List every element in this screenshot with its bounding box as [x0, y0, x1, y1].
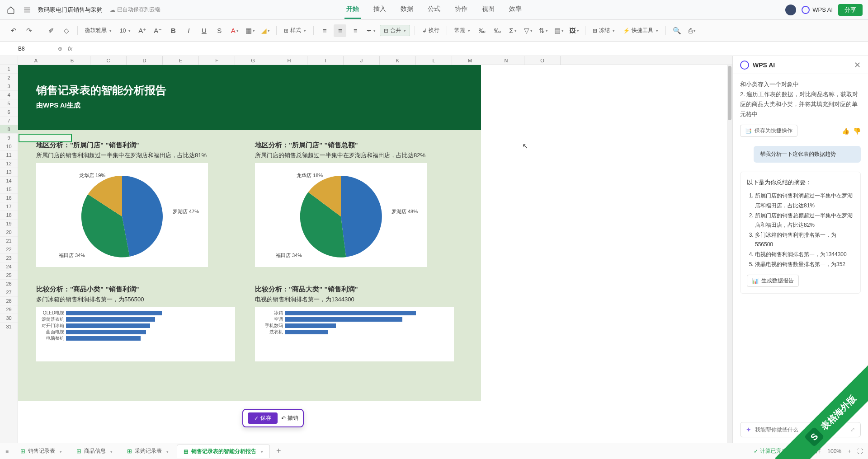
menu-item-效率[interactable]: 效率	[507, 0, 524, 19]
align-center-icon[interactable]: ≡	[334, 24, 346, 37]
col-header[interactable]: J	[344, 56, 380, 65]
row-header[interactable]: 21	[0, 237, 18, 245]
row-header[interactable]: 26	[0, 280, 18, 288]
quick-tools-button[interactable]: ⚡ 快捷工具	[620, 27, 661, 34]
redo-icon[interactable]: ↷	[23, 24, 35, 37]
row-header[interactable]: 2	[0, 74, 18, 82]
avatar[interactable]	[785, 5, 796, 15]
font-select[interactable]: 微软雅黑	[82, 27, 114, 34]
col-header[interactable]: D	[127, 56, 163, 65]
col-header[interactable]: M	[452, 56, 488, 65]
generate-report-button[interactable]: 📊 生成数据报告	[747, 275, 799, 287]
wps-ai-button[interactable]: WPS AI	[802, 6, 833, 14]
italic-icon[interactable]: I	[182, 24, 195, 37]
border-icon[interactable]: ▦	[244, 24, 256, 37]
valign-icon[interactable]: ⫟	[364, 24, 377, 37]
decimal-dec-icon[interactable]: ‰	[476, 24, 488, 37]
row-header[interactable]: 8	[0, 125, 18, 134]
home-icon[interactable]	[5, 5, 16, 15]
col-header[interactable]: N	[488, 56, 524, 65]
eraser-icon[interactable]: ◇	[60, 24, 73, 37]
strike-icon[interactable]: S	[213, 24, 226, 37]
fill-color-icon[interactable]: ◢	[259, 24, 272, 37]
menu-item-公式[interactable]: 公式	[426, 0, 442, 19]
col-header[interactable]: L	[416, 56, 452, 65]
fx-icon[interactable]: fx	[68, 45, 72, 52]
row-header[interactable]: 19	[0, 220, 18, 228]
thumbs-down-icon[interactable]: 👎	[853, 127, 861, 135]
sheet-tab[interactable]: ⊞销售记录表	[14, 445, 68, 458]
col-header[interactable]: B	[54, 56, 90, 65]
col-header[interactable]: G	[235, 56, 271, 65]
undo-icon[interactable]: ↶	[7, 24, 20, 37]
row-header[interactable]: 25	[0, 271, 18, 280]
sheet-tab[interactable]: ⊞商品信息	[70, 445, 119, 458]
merge-button[interactable]: ⊟ 合并	[380, 25, 410, 36]
spreadsheet-canvas[interactable]: 销售记录表的智能分析报告 由WPS AI生成 地区分析："所属门店" "销售利润…	[18, 65, 732, 443]
row-header[interactable]: 16	[0, 194, 18, 202]
row-header[interactable]: 28	[0, 297, 18, 305]
row-header[interactable]: 27	[0, 288, 18, 297]
col-header[interactable]: A	[18, 56, 54, 65]
image-icon[interactable]: 🖼	[568, 24, 580, 37]
row-header[interactable]: 24	[0, 262, 18, 271]
vertical-scrollbar[interactable]	[727, 65, 732, 443]
row-header[interactable]: 15	[0, 185, 18, 194]
row-header[interactable]: 9	[0, 134, 18, 142]
save-as-shortcut-button[interactable]: 📑 保存为快捷操作	[740, 125, 797, 137]
font-size-select[interactable]: 10	[117, 28, 133, 34]
menu-item-协作[interactable]: 协作	[453, 0, 469, 19]
sort-icon[interactable]: ⇅	[537, 24, 550, 37]
cond-format-icon[interactable]: ▤	[552, 24, 565, 37]
row-header[interactable]: 30	[0, 314, 18, 323]
menu-item-数据[interactable]: 数据	[399, 0, 415, 19]
row-header[interactable]: 10	[0, 142, 18, 151]
wrap-button[interactable]: ↲ 换行	[420, 27, 442, 34]
row-header[interactable]: 12	[0, 159, 18, 168]
row-header[interactable]: 18	[0, 211, 18, 220]
search-icon[interactable]: 🔍	[670, 24, 683, 37]
underline-icon[interactable]: U	[198, 24, 210, 37]
zoom-icon[interactable]: ⊕	[58, 46, 62, 52]
col-header[interactable]: E	[163, 56, 199, 65]
share-button[interactable]: 分享	[838, 4, 863, 16]
row-header[interactable]: 20	[0, 228, 18, 237]
save-button[interactable]: ✓ 保存	[248, 412, 278, 424]
row-header[interactable]: 23	[0, 254, 18, 262]
col-header[interactable]: C	[90, 56, 127, 65]
row-header[interactable]: 7	[0, 117, 18, 125]
undo-button[interactable]: ↶ 撤销	[281, 414, 298, 422]
font-color-icon[interactable]: A	[228, 24, 241, 37]
format-painter-icon[interactable]: ✐	[45, 24, 57, 37]
col-header[interactable]: K	[380, 56, 416, 65]
row-header[interactable]: 14	[0, 177, 18, 185]
row-header[interactable]: 5	[0, 99, 18, 108]
row-header[interactable]: 4	[0, 91, 18, 99]
row-header[interactable]: 6	[0, 108, 18, 117]
row-header[interactable]: 22	[0, 245, 18, 254]
layers-icon[interactable]: ≡	[5, 448, 9, 454]
row-header[interactable]: 3	[0, 82, 18, 91]
fullscreen-icon[interactable]: ⛶	[857, 448, 863, 454]
row-header[interactable]: 29	[0, 305, 18, 314]
number-format-select[interactable]: 常规	[452, 27, 473, 34]
font-decrease-icon[interactable]: A⁻	[151, 24, 164, 37]
row-header[interactable]: 17	[0, 202, 18, 211]
sum-icon[interactable]: Σ	[506, 24, 519, 37]
print-icon[interactable]: ⎙	[686, 24, 698, 37]
row-header[interactable]: 31	[0, 323, 18, 331]
sheet-tab[interactable]: ⊞采购记录表	[121, 445, 175, 458]
sheet-tab[interactable]: ⊞销售记录表的智能分析报告	[177, 445, 270, 458]
align-left-icon[interactable]: ≡	[318, 24, 331, 37]
decimal-inc-icon[interactable]: ‰	[491, 24, 504, 37]
cell-style-select[interactable]: ⊞ 样式	[281, 27, 309, 34]
select-all-corner[interactable]	[0, 56, 18, 65]
menu-item-视图[interactable]: 视图	[480, 0, 496, 19]
col-header[interactable]: O	[524, 56, 561, 65]
row-header[interactable]: 11	[0, 151, 18, 159]
align-right-icon[interactable]: ≡	[349, 24, 362, 37]
col-header[interactable]: F	[199, 56, 235, 65]
col-header[interactable]: I	[307, 56, 344, 65]
filter-icon[interactable]: ▽	[522, 24, 534, 37]
cell-reference[interactable]: B8	[7, 46, 52, 52]
